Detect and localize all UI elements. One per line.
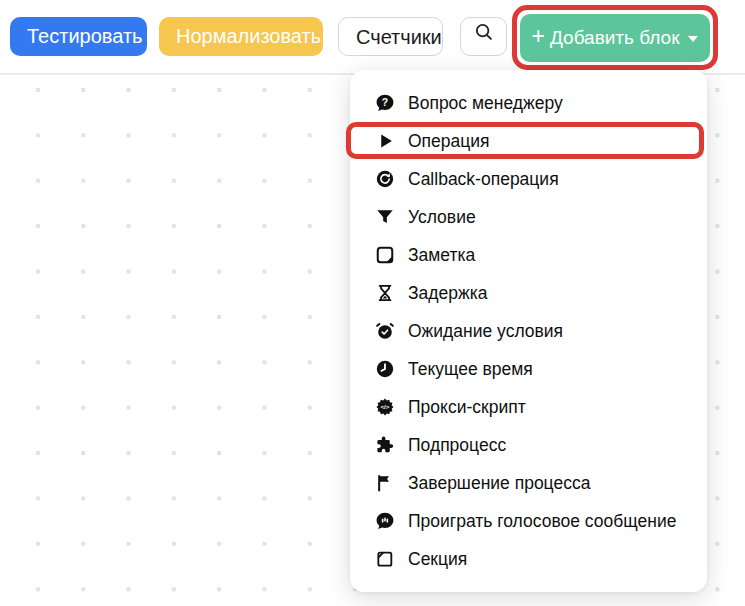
note-icon (375, 245, 395, 265)
alarm-check-icon (375, 321, 395, 341)
menu-item-question-bubble[interactable]: ?Вопрос менеджеру (350, 84, 707, 122)
menu-item-label: Callback-операция (408, 169, 559, 190)
test-button[interactable]: Тестировать (10, 17, 147, 56)
hourglass-icon (375, 283, 395, 303)
add-block-button[interactable]: + Добавить блок (520, 14, 710, 62)
puzzle-icon (375, 435, 395, 455)
section-icon (375, 549, 395, 569)
highlight-annotation-operation (346, 122, 704, 159)
menu-item-proxy-script[interactable]: </>Прокси-скрипт (350, 388, 707, 426)
menu-item-hourglass[interactable]: Задержка (350, 274, 707, 312)
play-icon (375, 131, 395, 151)
menu-item-label: Завершение процесса (408, 473, 590, 494)
normalize-button[interactable]: Нормализовать (159, 17, 323, 56)
add-block-label: Добавить блок (550, 27, 679, 49)
add-block-menu: ?Вопрос менеджеруОперацияCallback-операц… (350, 70, 707, 592)
menu-item-voice-message[interactable]: Проиграть голосовое сообщение (350, 502, 707, 540)
menu-item-label: Подпроцесс (408, 435, 506, 456)
flow-editor-screen: Тестировать Нормализовать Счетчики + Доб… (0, 0, 745, 606)
proxy-script-icon: </> (375, 397, 395, 417)
menu-item-label: Заметка (408, 245, 475, 266)
filter-icon (375, 207, 395, 227)
menu-item-callback[interactable]: Callback-операция (350, 160, 707, 198)
toolbar: Тестировать Нормализовать Счетчики + Доб… (0, 0, 745, 73)
add-block-menu-list: ?Вопрос менеджеруОперацияCallback-операц… (350, 84, 707, 578)
menu-item-label: Прокси-скрипт (408, 397, 526, 418)
menu-item-label: Секция (408, 549, 467, 570)
callback-icon (375, 169, 395, 189)
menu-item-note[interactable]: Заметка (350, 236, 707, 274)
menu-item-label: Текущее время (408, 359, 533, 380)
menu-item-label: Ожидание условия (408, 321, 563, 342)
menu-item-label: Задержка (408, 283, 487, 304)
counters-button[interactable]: Счетчики (338, 17, 443, 56)
search-icon (473, 17, 495, 56)
menu-item-section[interactable]: Секция (350, 540, 707, 578)
menu-item-label: Операция (408, 131, 490, 152)
menu-item-play[interactable]: Операция (350, 122, 707, 160)
menu-item-alarm-check[interactable]: Ожидание условия (350, 312, 707, 350)
svg-text:?: ? (382, 97, 388, 108)
plus-icon: + (532, 23, 545, 50)
menu-item-puzzle[interactable]: Подпроцесс (350, 426, 707, 464)
search-button[interactable] (460, 17, 507, 56)
add-block-annotation: + Добавить блок (512, 5, 718, 70)
menu-item-clock[interactable]: Текущее время (350, 350, 707, 388)
svg-text:</>: </> (380, 403, 389, 410)
caret-down-icon (688, 36, 698, 42)
menu-item-flag[interactable]: Завершение процесса (350, 464, 707, 502)
menu-item-label: Вопрос менеджеру (408, 93, 563, 114)
voice-message-icon (375, 511, 395, 531)
menu-item-label: Проиграть голосовое сообщение (408, 511, 676, 532)
menu-item-filter[interactable]: Условие (350, 198, 707, 236)
flag-icon (375, 473, 395, 493)
menu-item-label: Условие (408, 207, 476, 228)
question-bubble-icon: ? (375, 93, 395, 113)
clock-icon (375, 359, 395, 379)
